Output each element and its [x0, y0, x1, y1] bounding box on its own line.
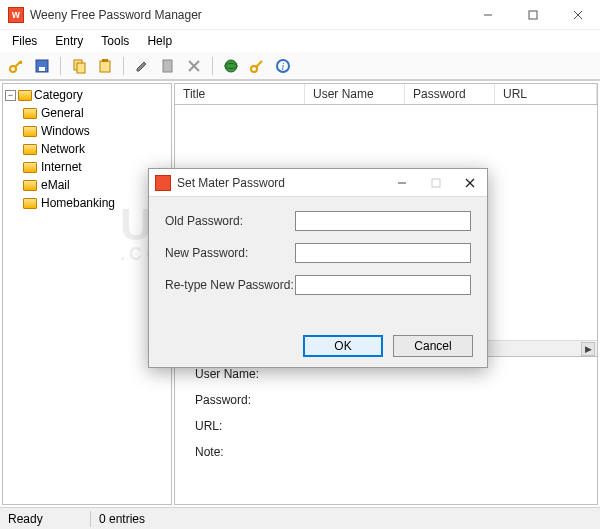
tree-item-label: Network: [41, 142, 85, 156]
dialog-icon: [155, 175, 171, 191]
dialog-minimize-button[interactable]: [385, 169, 419, 197]
detail-url-label: URL:: [195, 419, 222, 433]
col-username[interactable]: User Name: [305, 84, 405, 104]
minimize-button[interactable]: [465, 0, 510, 30]
expander-icon[interactable]: −: [5, 90, 16, 101]
paste-icon[interactable]: [95, 56, 115, 76]
category-tree[interactable]: − Category General Windows Network Inter…: [2, 83, 172, 505]
detail-panel: User Name: Password: URL: Note:: [174, 357, 598, 505]
folder-icon: [23, 126, 37, 137]
new-password-label: New Password:: [165, 246, 295, 260]
tree-item-label: Windows: [41, 124, 90, 138]
globe-icon[interactable]: [221, 56, 241, 76]
col-password[interactable]: Password: [405, 84, 495, 104]
toolbar: i: [0, 52, 600, 80]
folder-icon: [18, 90, 32, 101]
delete-icon[interactable]: [184, 56, 204, 76]
toolbar-sep: [60, 57, 61, 75]
svg-rect-1: [529, 11, 537, 19]
toolbar-sep: [212, 57, 213, 75]
col-url[interactable]: URL: [495, 84, 597, 104]
svg-line-19: [256, 61, 262, 67]
dialog-maximize-button: [419, 169, 453, 197]
list-header: Title User Name Password URL: [174, 83, 598, 105]
status-entries: 0 entries: [91, 512, 153, 526]
info-icon[interactable]: i: [273, 56, 293, 76]
new-password-input[interactable]: [295, 243, 471, 263]
menubar: Files Entry Tools Help: [0, 30, 600, 52]
menu-entry[interactable]: Entry: [47, 32, 91, 50]
copy-icon[interactable]: [69, 56, 89, 76]
toolbar-sep: [123, 57, 124, 75]
window-title: Weeny Free Password Manager: [30, 8, 465, 22]
svg-rect-13: [163, 60, 172, 72]
svg-rect-8: [39, 67, 45, 71]
tree-root[interactable]: − Category: [5, 88, 169, 102]
tree-item[interactable]: Windows: [23, 122, 169, 140]
tree-item-label: General: [41, 106, 84, 120]
tree-item-label: Internet: [41, 160, 82, 174]
svg-rect-23: [432, 179, 440, 187]
key-icon[interactable]: [6, 56, 26, 76]
svg-rect-11: [100, 61, 110, 72]
menu-help[interactable]: Help: [139, 32, 180, 50]
folder-icon: [23, 108, 37, 119]
tree-root-label: Category: [34, 88, 83, 102]
tree-item-label: eMail: [41, 178, 70, 192]
svg-text:i: i: [282, 61, 285, 72]
col-title[interactable]: Title: [175, 84, 305, 104]
svg-point-16: [225, 60, 237, 72]
folder-icon: [23, 198, 37, 209]
ok-button[interactable]: OK: [303, 335, 383, 357]
statusbar: Ready 0 entries: [0, 507, 600, 529]
tree-item-label: Homebanking: [41, 196, 115, 210]
cancel-button[interactable]: Cancel: [393, 335, 473, 357]
old-password-input[interactable]: [295, 211, 471, 231]
scroll-right-icon[interactable]: ▶: [581, 342, 595, 356]
folder-icon: [23, 144, 37, 155]
detail-note-label: Note:: [195, 445, 224, 459]
menu-files[interactable]: Files: [4, 32, 45, 50]
key2-icon[interactable]: [247, 56, 267, 76]
dialog-body: Old Password: New Password: Re-type New …: [149, 197, 487, 295]
detail-username-label: User Name:: [195, 367, 259, 381]
app-icon: w: [8, 7, 24, 23]
retype-password-input[interactable]: [295, 275, 471, 295]
tree-item[interactable]: Network: [23, 140, 169, 158]
close-button[interactable]: [555, 0, 600, 30]
main-titlebar: w Weeny Free Password Manager: [0, 0, 600, 30]
save-icon[interactable]: [32, 56, 52, 76]
status-ready: Ready: [0, 512, 90, 526]
menu-tools[interactable]: Tools: [93, 32, 137, 50]
old-password-label: Old Password:: [165, 214, 295, 228]
dialog-close-button[interactable]: [453, 169, 487, 197]
tree-item[interactable]: General: [23, 104, 169, 122]
maximize-button[interactable]: [510, 0, 555, 30]
folder-icon: [23, 162, 37, 173]
page-icon[interactable]: [158, 56, 178, 76]
folder-icon: [23, 180, 37, 191]
svg-rect-12: [102, 59, 108, 62]
dialog-title: Set Mater Password: [177, 176, 385, 190]
set-master-password-dialog: Set Mater Password Old Password: New Pas…: [148, 168, 488, 368]
retype-password-label: Re-type New Password:: [165, 278, 295, 292]
edit-icon[interactable]: [132, 56, 152, 76]
svg-rect-10: [77, 63, 85, 73]
dialog-titlebar: Set Mater Password: [149, 169, 487, 197]
detail-password-label: Password:: [195, 393, 251, 407]
